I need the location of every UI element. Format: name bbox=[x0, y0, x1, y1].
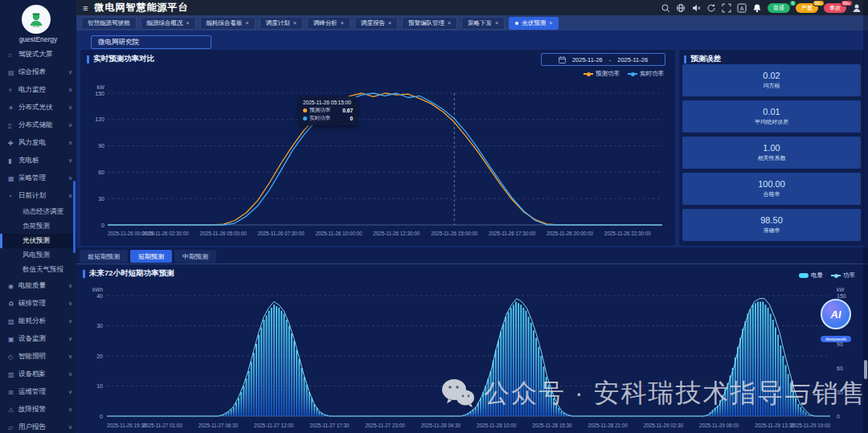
legend-item[interactable]: 功率 bbox=[831, 272, 855, 280]
alarm-chip-normal[interactable]: 普通5 bbox=[768, 3, 790, 13]
left-y-tick-label: 20 bbox=[96, 353, 103, 359]
sidebar-item-energy-analysis[interactable]: ▨能耗分析∨ bbox=[0, 312, 76, 330]
forecast-72h-chart[interactable]: 0102030400306090120150kWhkW2025-11-26 19… bbox=[78, 283, 866, 432]
realtime-forecast-chart[interactable]: 0306090120150kW2025-11-26 00:00:002025-1… bbox=[87, 82, 669, 239]
x-tick-label: 2025-11-26 17:30:00 bbox=[489, 231, 536, 236]
close-tab-icon[interactable]: × bbox=[388, 20, 391, 26]
solar-icon: ☀ bbox=[8, 104, 18, 112]
sidebar-scrollbar-thumb[interactable] bbox=[73, 181, 76, 253]
chevron-down-icon: ∨ bbox=[68, 104, 72, 111]
sidebar-item-charger[interactable]: ▮充电桩∨ bbox=[0, 152, 76, 170]
sidebar-item-day-ahead-plan[interactable]: ◔日前计划∧ bbox=[0, 187, 76, 205]
legend-item[interactable]: 预测功率 bbox=[583, 70, 620, 78]
mute-icon[interactable] bbox=[691, 3, 701, 13]
alarm-chip-accident[interactable]: 事故99+ bbox=[824, 3, 846, 13]
app-logo: acrel bbox=[22, 5, 51, 34]
nav-tab-dispatch-report[interactable]: 调度报告× bbox=[354, 17, 398, 30]
sidebar-item-device-monitor[interactable]: ▣设备监测∨ bbox=[0, 330, 76, 348]
close-tab-icon[interactable]: × bbox=[246, 20, 249, 26]
sidebar-item-label: 策略管理 bbox=[18, 174, 68, 183]
bar bbox=[520, 304, 522, 416]
sidebar-subitem-pv-forecast[interactable]: 光伏预测 bbox=[0, 234, 76, 248]
nav-tab-dispatch-plan[interactable]: 调度计划× bbox=[260, 17, 303, 30]
chevron-down-icon: ∨ bbox=[68, 424, 72, 431]
bar bbox=[752, 304, 754, 416]
legend-item[interactable]: 电量 bbox=[799, 272, 823, 280]
legend-item[interactable]: 实时功率 bbox=[628, 70, 664, 78]
x-tick-label: 2025-11-26 20:00:00 bbox=[547, 231, 594, 236]
nav-tab-energy-overview[interactable]: 能源综合概况× bbox=[141, 17, 196, 30]
sidebar-item-power-monitor[interactable]: ⚡电力监控∨ bbox=[0, 81, 76, 99]
left-y-tick-label: 10 bbox=[96, 383, 103, 389]
sidebar-item-reports[interactable]: ▤综合报表∨ bbox=[0, 63, 76, 81]
avatar[interactable] bbox=[852, 3, 862, 13]
nav-tab-cockpit[interactable]: 智慧能源驾驶舱 bbox=[81, 17, 137, 30]
search-icon[interactable] bbox=[661, 3, 670, 13]
bar bbox=[248, 371, 250, 416]
nav-tab-label: 预警编队管理 bbox=[408, 19, 444, 27]
sidebar-subitem-wind-forecast[interactable]: 风电预测 bbox=[0, 248, 76, 263]
date-range-picker[interactable]: 2025-11-26 - 2025-11-26 bbox=[541, 53, 665, 66]
sidebar-subitem-load-forecast[interactable]: 负荷预测 bbox=[0, 219, 76, 234]
ai-assistant-widget[interactable]: AI deepseek bbox=[818, 299, 854, 344]
bar bbox=[560, 411, 562, 416]
chevron-down-icon: ∨ bbox=[68, 283, 72, 289]
series-power-line bbox=[107, 299, 830, 416]
sidebar-item-fault-alarm[interactable]: ⚠故障报警∨ bbox=[0, 401, 76, 419]
bar bbox=[256, 344, 257, 416]
nav-tab-pv-forecast[interactable]: 光伏预测× bbox=[509, 17, 559, 30]
bar bbox=[543, 366, 545, 416]
close-tab-icon[interactable]: × bbox=[293, 20, 297, 26]
close-tab-icon[interactable]: × bbox=[341, 20, 344, 26]
translate-icon[interactable]: A bbox=[737, 3, 747, 13]
close-tab-icon[interactable]: × bbox=[549, 20, 552, 26]
sidebar-menu: ⌂驾驶式大屏▤综合报表∨⚡电力监控∨☀分布式光伏∨▯分布式储能∨✚风力发电∨▮充… bbox=[0, 46, 76, 433]
alarm-chip-severe[interactable]: 严重99+ bbox=[796, 3, 818, 13]
fullscreen-icon[interactable] bbox=[722, 3, 731, 13]
legend-line-swatch bbox=[831, 275, 841, 276]
sidebar-item-ops[interactable]: ⊞运维管理∨ bbox=[0, 383, 76, 401]
sidebar-item-carbon[interactable]: ♻碳排管理∨ bbox=[0, 295, 76, 312]
sidebar-subitem-economic-dispatch[interactable]: 动态经济调度 bbox=[0, 205, 76, 219]
sidebar-item-power-quality[interactable]: ◉电能质量∨ bbox=[0, 277, 76, 295]
org-select[interactable]: 微电网研究院 bbox=[91, 35, 211, 49]
page-scrollbar[interactable] bbox=[863, 0, 868, 433]
alarm-chip-label: 事故 bbox=[829, 5, 841, 10]
bell-icon[interactable] bbox=[752, 3, 762, 13]
sidebar-item-label: 碳排管理 bbox=[18, 299, 68, 308]
ai-icon[interactable]: AI bbox=[821, 299, 851, 329]
page-scrollbar-thumb[interactable] bbox=[864, 360, 867, 379]
hamburger-menu-icon[interactable]: ≡ bbox=[83, 3, 88, 13]
sidebar-item-distributed-storage[interactable]: ▯分布式储能∨ bbox=[0, 116, 76, 134]
forecast-tab-ultra-short[interactable]: 超短期预测 bbox=[80, 250, 128, 263]
chevron-down-icon: ∨ bbox=[68, 157, 72, 164]
stat-value: 98.50 bbox=[760, 215, 783, 225]
forecast-tab-short[interactable]: 短期预测 bbox=[130, 250, 172, 263]
nav-tab-alarm-config[interactable]: 预警编队管理× bbox=[402, 17, 457, 30]
sidebar-item-smart-light[interactable]: ◇智能照明∨ bbox=[0, 348, 76, 366]
bar bbox=[768, 308, 769, 416]
sidebar-item-user-report[interactable]: ▱用户报告∨ bbox=[0, 419, 76, 433]
close-tab-icon[interactable]: × bbox=[186, 20, 190, 26]
refresh-icon[interactable] bbox=[706, 3, 716, 13]
bar bbox=[488, 378, 489, 416]
close-tab-icon[interactable]: × bbox=[495, 20, 498, 26]
globe-icon[interactable] bbox=[676, 3, 686, 13]
nav-tab-strategy-send[interactable]: 策略下发× bbox=[461, 17, 505, 30]
stat-label: 均方根 bbox=[764, 82, 780, 90]
sidebar-item-device-archive[interactable]: ▥设备档案∨ bbox=[0, 366, 76, 383]
date-to[interactable]: 2025-11-26 bbox=[617, 56, 648, 63]
sidebar-item-wind-power[interactable]: ✚风力发电∨ bbox=[0, 134, 76, 152]
forecast-tab-mid[interactable]: 中期预测 bbox=[174, 250, 216, 263]
sidebar-item-distributed-pv[interactable]: ☀分布式光伏∨ bbox=[0, 99, 76, 116]
sidebar-item-big-screen[interactable]: ⌂驾驶式大屏 bbox=[0, 46, 76, 63]
sidebar-item-strategy[interactable]: ▦策略管理∨ bbox=[0, 170, 76, 187]
legend-label: 实时功率 bbox=[640, 70, 664, 78]
nav-tab-energy-board[interactable]: 能耗综合看板× bbox=[200, 17, 256, 30]
date-from[interactable]: 2025-11-26 bbox=[572, 56, 603, 63]
sidebar-subitem-weather-forecast[interactable]: 数值天气预报 bbox=[0, 263, 76, 277]
nav-tab-peak-analysis[interactable]: 调峰分析× bbox=[307, 17, 350, 30]
sidebar-item-label: 设备监测 bbox=[18, 334, 68, 344]
close-tab-icon[interactable]: × bbox=[448, 20, 451, 26]
left-y-unit: kWh bbox=[92, 287, 103, 292]
